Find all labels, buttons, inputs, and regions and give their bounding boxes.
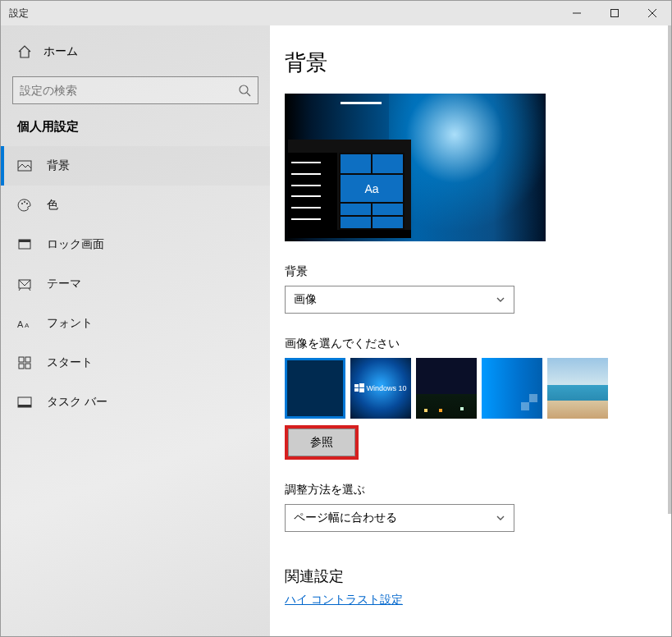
window-body: ホーム 個人用設定 背景 色 (1, 25, 671, 636)
sidebar-item-themes[interactable]: テーマ (1, 264, 270, 304)
select-value: ページ幅に合わせる (294, 511, 397, 525)
home-link[interactable]: ホーム (1, 34, 270, 70)
chevron-down-icon (496, 513, 505, 523)
fit-select[interactable]: ページ幅に合わせる (285, 504, 514, 532)
svg-point-7 (21, 203, 23, 204)
sidebar-item-colors[interactable]: 色 (1, 186, 270, 225)
sidebar-item-label: 背景 (47, 158, 70, 173)
minimize-icon (572, 8, 582, 18)
svg-line-5 (247, 93, 250, 96)
svg-rect-17 (19, 364, 24, 369)
windows-icon (354, 383, 364, 393)
close-icon (647, 8, 657, 18)
browse-button[interactable]: 参照 (288, 428, 355, 456)
palette-icon (17, 198, 32, 213)
search-input[interactable] (20, 84, 238, 97)
select-value: 画像 (294, 292, 317, 307)
related-heading: 関連設定 (285, 566, 656, 586)
page-title: 背景 (285, 48, 656, 77)
svg-rect-18 (25, 364, 30, 369)
thumb-4[interactable] (482, 358, 542, 419)
svg-rect-22 (359, 383, 364, 387)
scrollbar[interactable] (668, 25, 671, 514)
svg-text:A: A (17, 319, 24, 329)
thumb-3[interactable] (416, 358, 477, 419)
browse-highlight: 参照 (285, 425, 359, 460)
font-icon: AA (17, 316, 32, 331)
svg-rect-20 (18, 405, 31, 407)
home-icon (17, 44, 32, 59)
svg-point-8 (24, 201, 25, 203)
maximize-icon (610, 8, 619, 18)
svg-rect-11 (19, 240, 30, 242)
maximize-button[interactable] (596, 1, 633, 25)
settings-window: 設定 ホーム 個人用設定 (0, 0, 672, 637)
sidebar-item-taskbar[interactable]: タスク バー (1, 383, 270, 422)
svg-rect-23 (354, 388, 359, 392)
start-icon (17, 355, 32, 370)
thumb-5[interactable] (547, 358, 608, 419)
thumb-win-label: Windows 10 (366, 384, 406, 392)
svg-point-4 (240, 85, 248, 94)
sidebar: ホーム 個人用設定 背景 色 (1, 25, 270, 636)
sidebar-item-label: ロック画面 (47, 237, 104, 252)
picture-icon (17, 158, 32, 173)
thumb-2[interactable]: Windows 10 (350, 358, 411, 419)
window-title: 設定 (1, 7, 29, 21)
sidebar-item-lockscreen[interactable]: ロック画面 (1, 225, 270, 264)
desktop-preview: Aa (285, 94, 546, 241)
svg-rect-21 (354, 384, 359, 387)
choose-image-label: 画像を選んでください (285, 337, 656, 351)
category-label: 個人用設定 (1, 119, 270, 146)
sidebar-item-start[interactable]: スタート (1, 343, 270, 383)
lockscreen-icon (17, 237, 32, 252)
home-label: ホーム (43, 44, 78, 59)
svg-rect-16 (25, 357, 30, 362)
svg-rect-15 (19, 357, 24, 362)
theme-icon (17, 277, 32, 291)
svg-rect-24 (359, 388, 364, 392)
minimize-button[interactable] (558, 1, 596, 25)
content-area: 背景 Aa 背景 画像 (270, 25, 671, 636)
sidebar-item-label: フォント (47, 316, 93, 331)
chevron-down-icon (496, 295, 505, 305)
image-thumbnails: Windows 10 (285, 358, 656, 419)
background-label: 背景 (285, 264, 656, 279)
background-type-select[interactable]: 画像 (285, 286, 514, 314)
preview-aa-tile: Aa (341, 175, 403, 202)
sidebar-item-label: 色 (47, 198, 58, 213)
svg-point-9 (26, 203, 28, 204)
sidebar-item-label: スタート (47, 355, 93, 370)
titlebar: 設定 (1, 1, 671, 25)
close-button[interactable] (633, 1, 671, 25)
sidebar-item-background[interactable]: 背景 (1, 146, 270, 186)
thumb-1[interactable] (285, 358, 345, 419)
search-icon (238, 84, 251, 97)
search-box[interactable] (12, 76, 258, 104)
sidebar-item-label: テーマ (47, 277, 81, 291)
fit-label: 調整方法を選ぶ (285, 483, 656, 497)
svg-text:A: A (25, 322, 30, 329)
high-contrast-link[interactable]: ハイ コントラスト設定 (285, 593, 403, 607)
sidebar-item-fonts[interactable]: AA フォント (1, 304, 270, 343)
taskbar-icon (17, 395, 32, 410)
sidebar-item-label: タスク バー (47, 395, 107, 410)
svg-rect-1 (611, 10, 619, 17)
